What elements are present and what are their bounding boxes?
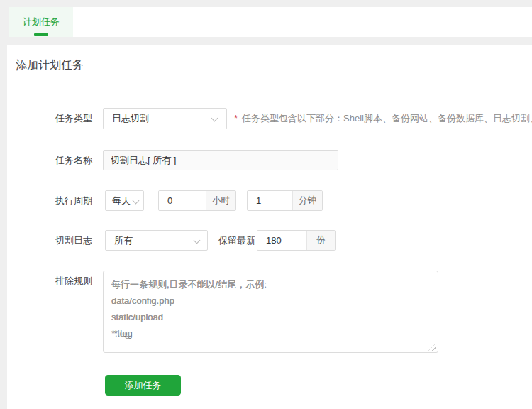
exclude-rules-textarea[interactable] bbox=[103, 271, 438, 353]
log-split-label: 切割日志 bbox=[55, 230, 92, 251]
tab-scheduled-tasks-label: 计划任务 bbox=[23, 16, 60, 28]
log-split-select-value: 所有 bbox=[106, 231, 207, 250]
task-type-select[interactable]: 日志切割 bbox=[103, 108, 227, 129]
row-task-name: 任务名称 bbox=[7, 150, 532, 170]
exclude-rules-wrap: 每行一条规则,目录不能以/结尾，示例: data/config.php stat… bbox=[103, 271, 438, 353]
row-task-type: 任务类型 日志切割 *任务类型包含以下部分：Shell脚本、备份网站、备份数据库… bbox=[7, 108, 532, 129]
period-minute-input[interactable] bbox=[248, 191, 292, 210]
main-panel: 添加计划任务 任务类型 日志切割 *任务类型包含以下部分：Shell脚本、备份网… bbox=[7, 45, 532, 409]
tab-active-underline bbox=[34, 33, 48, 36]
keep-latest-input[interactable] bbox=[257, 231, 306, 250]
row-exclude-rules: 排除规则 每行一条规则,目录不能以/结尾，示例: data/config.php… bbox=[7, 271, 532, 353]
task-type-select-value: 日志切割 bbox=[104, 109, 226, 129]
keep-latest-group: 份 bbox=[257, 230, 336, 251]
row-log-split: 切割日志 所有 保留最新 份 bbox=[7, 230, 532, 251]
exclude-rules-label: 排除规则 bbox=[55, 275, 92, 288]
keep-latest-label: 保留最新 bbox=[218, 230, 255, 251]
task-name-input[interactable] bbox=[103, 150, 338, 170]
task-name-label: 任务名称 bbox=[55, 150, 92, 170]
log-split-select[interactable]: 所有 bbox=[105, 230, 208, 251]
tab-scheduled-tasks[interactable]: 计划任务 bbox=[9, 7, 73, 37]
add-task-button[interactable]: 添加任务 bbox=[105, 375, 181, 396]
period-cycle-select[interactable]: 每天 bbox=[105, 190, 144, 211]
task-type-hint: *任务类型包含以下部分：Shell脚本、备份网站、备份数据库、日志切割、释放内存… bbox=[234, 108, 532, 129]
task-type-hint-text: 任务类型包含以下部分：Shell脚本、备份网站、备份数据库、日志切割、释放内存、 bbox=[242, 113, 532, 124]
task-type-label: 任务类型 bbox=[55, 108, 92, 129]
required-asterisk: * bbox=[234, 113, 238, 124]
period-minute-group: 分钟 bbox=[247, 190, 323, 211]
page-title: 添加计划任务 bbox=[16, 58, 84, 73]
period-hour-input[interactable] bbox=[159, 191, 206, 210]
tab-bar: 计划任务 bbox=[9, 7, 532, 37]
period-hour-unit: 小时 bbox=[206, 191, 235, 210]
keep-latest-unit: 份 bbox=[306, 231, 335, 250]
period-minute-unit: 分钟 bbox=[292, 191, 322, 210]
row-period: 执行周期 每天 小时 分钟 bbox=[7, 190, 532, 211]
title-divider bbox=[7, 80, 532, 80]
period-label: 执行周期 bbox=[55, 190, 92, 211]
period-hour-group: 小时 bbox=[158, 190, 236, 211]
